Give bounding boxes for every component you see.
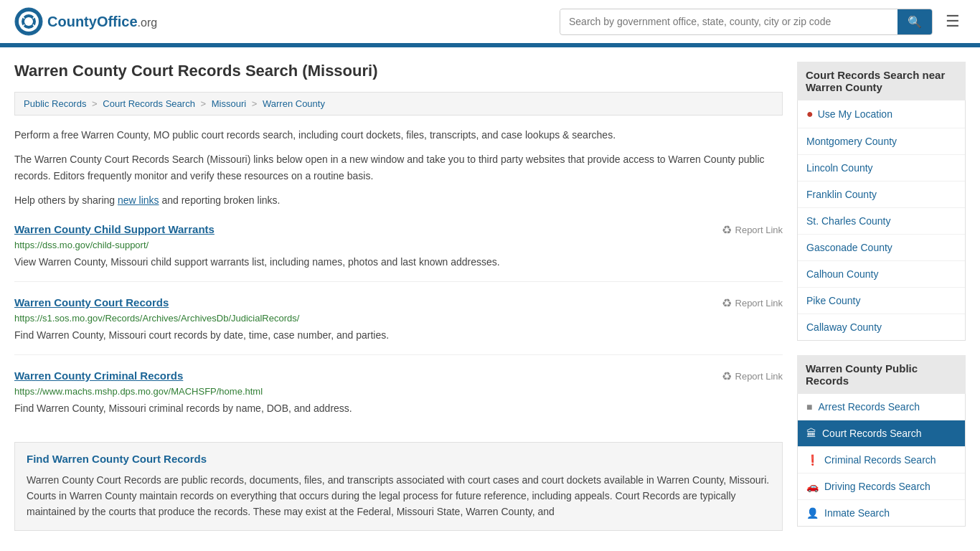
pub-record-item-3[interactable]: 🚗Driving Records Search xyxy=(798,474,965,500)
nearby-link-anchor-0[interactable]: Montgomery County xyxy=(806,136,897,147)
report-link-0[interactable]: ♻ Report Link xyxy=(722,223,783,237)
public-records-title: Warren County Public Records xyxy=(797,355,966,394)
find-section: Find Warren County Court Records Warren … xyxy=(14,442,783,531)
new-links-link[interactable]: new links xyxy=(118,194,159,206)
nearby-link-anchor-5[interactable]: Calhoun County xyxy=(806,268,878,280)
report-icon-1: ♻ xyxy=(722,296,732,310)
pub-record-icon-2: ❗ xyxy=(806,454,819,466)
nearby-link-7[interactable]: Callaway County xyxy=(798,314,965,340)
public-records-section: Warren County Public Records ■Arrest Rec… xyxy=(797,355,966,527)
record-title-1[interactable]: Warren County Court Records xyxy=(14,296,169,309)
location-icon: ● xyxy=(806,108,814,121)
hamburger-button[interactable]: ☰ xyxy=(940,9,966,34)
search-bar: 🔍 xyxy=(560,9,933,35)
breadcrumb-court-records[interactable]: Court Records Search xyxy=(103,98,195,109)
public-records-links: ■Arrest Records Search🏛Court Records Sea… xyxy=(797,394,966,527)
nearby-link-3[interactable]: St. Charles County xyxy=(798,208,965,235)
description-3: Help others by sharing new links and rep… xyxy=(14,192,783,208)
report-label-1: Report Link xyxy=(735,298,783,309)
pub-record-link-3[interactable]: Driving Records Search xyxy=(824,481,930,492)
report-label-0: Report Link xyxy=(735,225,783,235)
record-header-2: Warren County Criminal Records ♻ Report … xyxy=(14,369,783,383)
pub-record-icon-1: 🏛 xyxy=(806,428,816,439)
nearby-link-4[interactable]: Gasconade County xyxy=(798,235,965,261)
sidebar: Court Records Search near Warren County … xyxy=(797,62,966,541)
nearby-links-list: Montgomery CountyLincoln CountyFranklin … xyxy=(798,128,965,340)
logo-text: CountyOffice.org xyxy=(47,14,157,30)
nearby-link-1[interactable]: Lincoln County xyxy=(798,155,965,182)
pub-record-item-2[interactable]: ❗Criminal Records Search xyxy=(798,447,965,474)
pub-record-item-0[interactable]: ■Arrest Records Search xyxy=(798,394,965,420)
pub-record-link-0[interactable]: Arrest Records Search xyxy=(818,401,920,413)
logo-icon xyxy=(14,7,43,36)
record-url-1[interactable]: https://s1.sos.mo.gov/Records/Archives/A… xyxy=(14,313,783,324)
nearby-link-anchor-7[interactable]: Callaway County xyxy=(806,321,882,333)
nearby-link-anchor-6[interactable]: Pike County xyxy=(806,295,860,306)
nearby-link-anchor-2[interactable]: Franklin County xyxy=(806,189,877,200)
record-desc-0: View Warren County, Missouri child suppo… xyxy=(14,255,783,270)
description-2: The Warren County Court Records Search (… xyxy=(14,151,783,184)
pub-record-item-1[interactable]: 🏛Court Records Search xyxy=(798,420,965,447)
pub-record-item-4[interactable]: 👤Inmate Search xyxy=(798,500,965,526)
nearby-link-0[interactable]: Montgomery County xyxy=(798,128,965,155)
nearby-links: ● Use My Location Montgomery CountyLinco… xyxy=(797,100,966,341)
breadcrumb: Public Records > Court Records Search > … xyxy=(14,92,783,116)
nearby-link-6[interactable]: Pike County xyxy=(798,288,965,314)
find-section-title: Find Warren County Court Records xyxy=(27,453,771,465)
public-records-list: ■Arrest Records Search🏛Court Records Sea… xyxy=(798,394,965,526)
record-desc-1: Find Warren County, Missouri court recor… xyxy=(14,328,783,343)
pub-record-link-1[interactable]: Court Records Search xyxy=(822,428,922,439)
search-input[interactable] xyxy=(560,10,897,33)
record-desc-2: Find Warren County, Missouri criminal re… xyxy=(14,401,783,416)
report-icon-0: ♻ xyxy=(722,223,732,237)
nearby-link-anchor-4[interactable]: Gasconade County xyxy=(806,242,892,253)
record-entry-2: Warren County Criminal Records ♻ Report … xyxy=(14,369,783,428)
use-my-location[interactable]: ● Use My Location xyxy=(798,100,965,128)
report-icon-2: ♻ xyxy=(722,369,732,383)
nearby-section: Court Records Search near Warren County … xyxy=(797,62,966,341)
main-container: Warren County Court Records Search (Miss… xyxy=(0,47,980,551)
nearby-link-anchor-3[interactable]: St. Charles County xyxy=(806,215,891,227)
record-header-0: Warren County Child Support Warrants ♻ R… xyxy=(14,223,783,237)
pub-record-link-2[interactable]: Criminal Records Search xyxy=(824,454,936,466)
content-area: Warren County Court Records Search (Miss… xyxy=(14,62,783,541)
search-button[interactable]: 🔍 xyxy=(897,9,932,34)
pub-record-icon-0: ■ xyxy=(806,401,812,413)
breadcrumb-public-records[interactable]: Public Records xyxy=(24,98,86,109)
pub-record-icon-3: 🚗 xyxy=(806,481,819,492)
record-entry-1: Warren County Court Records ♻ Report Lin… xyxy=(14,296,783,355)
svg-point-3 xyxy=(24,17,33,26)
nearby-link-anchor-1[interactable]: Lincoln County xyxy=(806,162,873,174)
record-header-1: Warren County Court Records ♻ Report Lin… xyxy=(14,296,783,310)
page-title: Warren County Court Records Search (Miss… xyxy=(14,62,783,80)
breadcrumb-missouri[interactable]: Missouri xyxy=(212,98,246,109)
nearby-section-title: Court Records Search near Warren County xyxy=(797,62,966,100)
report-link-2[interactable]: ♻ Report Link xyxy=(722,369,783,383)
breadcrumb-warren-county[interactable]: Warren County xyxy=(263,98,325,109)
find-section-text: Warren County Court Records are public r… xyxy=(27,472,771,520)
header-right: 🔍 ☰ xyxy=(560,9,966,35)
report-link-1[interactable]: ♻ Report Link xyxy=(722,296,783,310)
record-title-0[interactable]: Warren County Child Support Warrants xyxy=(14,223,215,235)
use-location-link[interactable]: Use My Location xyxy=(818,108,892,120)
nearby-link-2[interactable]: Franklin County xyxy=(798,182,965,208)
pub-record-link-4[interactable]: Inmate Search xyxy=(824,507,890,519)
logo-area: CountyOffice.org xyxy=(14,7,157,36)
record-title-2[interactable]: Warren County Criminal Records xyxy=(14,369,183,382)
description-1: Perform a free Warren County, MO public … xyxy=(14,127,783,143)
record-entry-0: Warren County Child Support Warrants ♻ R… xyxy=(14,223,783,282)
report-label-2: Report Link xyxy=(735,371,783,382)
header: CountyOffice.org 🔍 ☰ xyxy=(0,0,980,45)
record-url-2[interactable]: https://www.machs.mshp.dps.mo.gov/MACHSF… xyxy=(14,386,783,397)
pub-record-icon-4: 👤 xyxy=(806,507,819,519)
record-url-0[interactable]: https://dss.mo.gov/child-support/ xyxy=(14,240,783,250)
nearby-link-5[interactable]: Calhoun County xyxy=(798,261,965,288)
records-container: Warren County Child Support Warrants ♻ R… xyxy=(14,223,783,428)
